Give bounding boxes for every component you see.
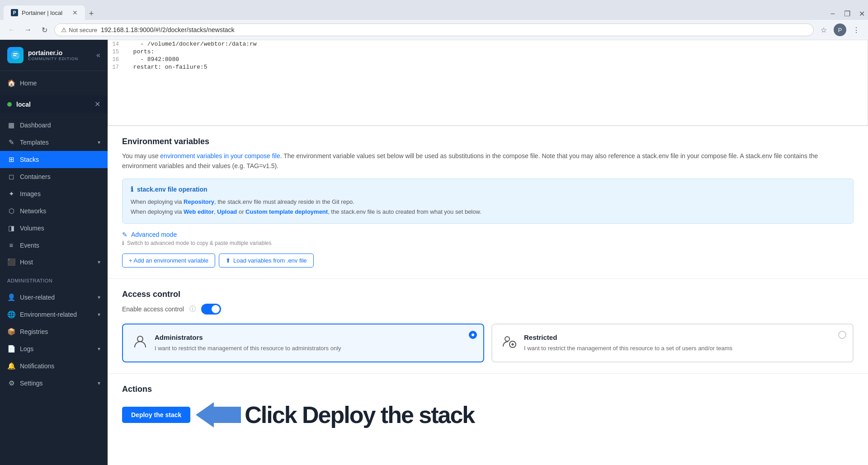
menu-button[interactable]: ⋮ <box>850 23 863 36</box>
code-line-15: 15 ports: <box>108 48 868 56</box>
browser-tab-active[interactable]: P Portainer | local ✕ <box>4 5 85 20</box>
env-close-button[interactable]: ✕ <box>94 100 100 108</box>
chevron-down-icon: ▾ <box>98 346 100 352</box>
bookmark-button[interactable]: ☆ <box>817 23 830 36</box>
advanced-mode-toggle[interactable]: ✎ Advanced mode <box>122 231 854 238</box>
admin-section-label: Administration <box>0 274 108 285</box>
sidebar-item-volumes[interactable]: ◨ Volumes <box>0 220 108 237</box>
sidebar-item-templates[interactable]: ✎ Templates ▾ <box>0 134 108 151</box>
sidebar-item-dashboard[interactable]: ▦ Dashboard <box>0 117 108 134</box>
toggle-label: Enable access control <box>122 305 184 313</box>
profile-button[interactable]: P <box>834 23 846 36</box>
info-box-title: ℹ stack.env file operation <box>131 185 845 193</box>
sidebar-item-settings[interactable]: ⚙ Settings ▾ <box>0 375 108 392</box>
back-button[interactable]: ← <box>5 23 18 36</box>
sidebar-item-label: Host <box>20 258 93 266</box>
env-section-description: You may use environment variables in you… <box>122 151 854 171</box>
access-control-cards: Administrators I want to restrict the ma… <box>122 324 854 363</box>
sidebar-item-registries[interactable]: 📦 Registries <box>0 323 108 340</box>
logo-main-text: portainer.io <box>28 49 78 56</box>
restricted-card-title: Restricted <box>524 333 732 341</box>
env-link[interactable]: environment variables in your compose fi… <box>160 152 280 160</box>
restricted-icon <box>501 333 518 350</box>
restricted-card-description: I want to restrict the management of thi… <box>524 344 732 353</box>
sidebar-item-user-related[interactable]: 👤 User-related ▾ <box>0 289 108 306</box>
sidebar-item-label: Registries <box>20 328 100 335</box>
sidebar-item-notifications[interactable]: 🔔 Notifications <box>0 357 108 375</box>
restricted-card[interactable]: Restricted I want to restrict the manage… <box>491 324 854 363</box>
info-box-title-text: stack.env file operation <box>137 186 208 193</box>
sidebar-item-home[interactable]: 🏠 Home <box>0 75 108 92</box>
access-control-title: Access control <box>122 290 854 299</box>
annotation-text: Click Deploy the stack <box>245 401 474 428</box>
logo-sub-text: Community Edition <box>28 56 78 61</box>
access-control-toggle[interactable] <box>201 304 221 315</box>
tab-close-icon[interactable]: ✕ <box>72 9 78 16</box>
sidebar-item-stacks[interactable]: ⊞ Stacks <box>0 151 108 168</box>
hint-icon: ℹ <box>122 240 124 246</box>
forward-button[interactable]: → <box>22 23 34 36</box>
sidebar-item-logs[interactable]: 📄 Logs ▾ <box>0 340 108 357</box>
sidebar-logo: portainer.io Community Edition « <box>0 40 108 71</box>
code-editor[interactable]: 14 - /volume1/docker/webtor:/data:rw 15 … <box>108 40 868 126</box>
info-circle-icon: ℹ <box>131 185 133 193</box>
notifications-icon: 🔔 <box>7 362 15 370</box>
repository-link[interactable]: Repository <box>184 198 214 205</box>
upload-link[interactable]: Upload <box>217 208 237 215</box>
stacks-icon: ⊞ <box>7 155 15 164</box>
reload-button[interactable]: ↻ <box>38 23 51 36</box>
sidebar-item-label: Dashboard <box>20 122 100 129</box>
sidebar-item-label: Containers <box>20 173 100 180</box>
not-secure-indicator: ⚠ Not secure <box>61 26 97 33</box>
stack-env-info-box: ℹ stack.env file operation When deployin… <box>122 178 854 224</box>
registries-icon: 📦 <box>7 328 15 336</box>
sidebar-item-environment-related[interactable]: 🌐 Environment-related ▾ <box>0 306 108 323</box>
warning-icon: ⚠ <box>61 26 67 33</box>
sidebar-env-nav: ▦ Dashboard ✎ Templates ▾ ⊞ Stacks ◻ Con… <box>0 113 108 274</box>
networks-icon: ⬡ <box>7 207 15 215</box>
administrators-card-description: I want to restrict the management of thi… <box>155 344 341 353</box>
chevron-down-icon: ▾ <box>98 380 100 386</box>
containers-icon: ◻ <box>7 173 15 181</box>
custom-template-link[interactable]: Custom template deployment <box>245 208 328 215</box>
sidebar-item-networks[interactable]: ⬡ Networks <box>0 202 108 220</box>
sidebar-item-label: Templates <box>20 139 93 146</box>
sidebar-item-label: Logs <box>20 345 93 352</box>
env-action-buttons: + Add an environment variable ⬆ Load var… <box>122 254 854 268</box>
logo-text: portainer.io Community Edition <box>28 49 78 61</box>
sidebar-item-images[interactable]: ✦ Images <box>0 185 108 202</box>
deploy-stack-button[interactable]: Deploy the stack <box>122 407 190 423</box>
address-bar[interactable]: ⚠ Not secure 192.168.1.18:9000/#!/2/dock… <box>54 23 814 36</box>
actions-section: Actions Deploy the stack Click Deploy th… <box>108 374 868 439</box>
administrators-card-title: Administrators <box>155 333 341 341</box>
logs-icon: 📄 <box>7 345 15 353</box>
sidebar-item-containers[interactable]: ◻ Containers <box>0 168 108 185</box>
sidebar: portainer.io Community Edition « 🏠 Home … <box>0 40 108 465</box>
load-env-file-button[interactable]: ⬆ Load variables from .env file <box>219 254 314 268</box>
code-line-14: 14 - /volume1/docker/webtor:/data:rw <box>108 40 868 48</box>
chevron-down-icon: ▾ <box>98 259 100 265</box>
advanced-mode-label: Advanced mode <box>131 231 177 238</box>
web-editor-link[interactable]: Web editor <box>184 208 214 215</box>
advanced-mode-hint: ℹ Switch to advanced mode to copy & past… <box>122 240 854 246</box>
administrators-card[interactable]: Administrators I want to restrict the ma… <box>122 324 484 363</box>
line-number: 17 <box>108 64 126 70</box>
sidebar-item-host[interactable]: ⬛ Host ▾ <box>0 254 108 271</box>
sidebar-item-events[interactable]: ≡ Events <box>0 237 108 254</box>
env-name: local <box>16 101 90 108</box>
help-icon: ⓘ <box>189 305 196 313</box>
chevron-down-icon: ▾ <box>98 294 100 301</box>
add-env-variable-button[interactable]: + Add an environment variable <box>122 254 215 268</box>
minimize-button[interactable]: – <box>826 7 839 20</box>
administrators-radio[interactable] <box>469 331 477 339</box>
sidebar-collapse-button[interactable]: « <box>96 51 100 59</box>
restricted-radio[interactable] <box>838 331 846 339</box>
sidebar-item-label: Environment-related <box>20 311 93 318</box>
new-tab-button[interactable]: + <box>85 7 98 20</box>
maximize-button[interactable]: ❐ <box>841 7 854 20</box>
dashboard-icon: ▦ <box>7 121 15 129</box>
browser-tabs: P Portainer | local ✕ + – ❐ ✕ <box>0 0 868 20</box>
events-icon: ≡ <box>7 241 15 249</box>
close-button[interactable]: ✕ <box>855 7 868 20</box>
chevron-down-icon: ▾ <box>98 311 100 318</box>
